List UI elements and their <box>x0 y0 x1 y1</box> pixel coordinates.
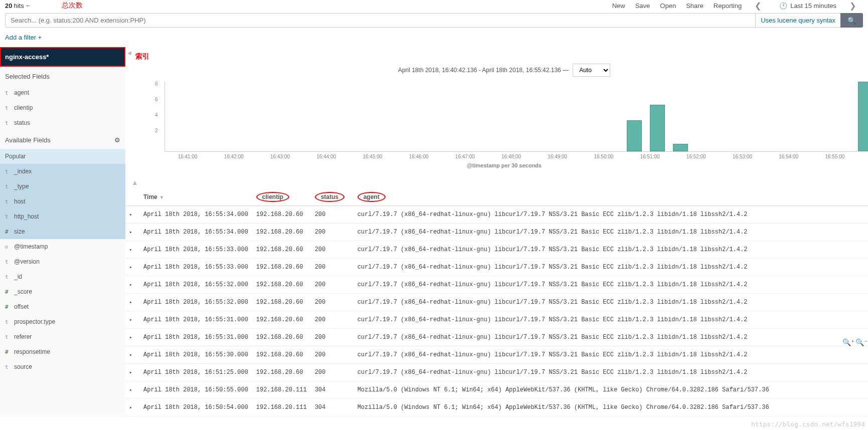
field-name: http_host <box>14 213 39 220</box>
zoom-out-icon[interactable]: 🔍⁻ <box>855 338 867 346</box>
time-picker-label: Last 15 minutes <box>790 2 836 10</box>
table-row[interactable]: ▸ April 18th 2018, 16:55:31.000 192.168.… <box>125 311 868 329</box>
selected-field-status[interactable]: tstatus <box>0 115 125 130</box>
chart-bar[interactable] <box>673 144 688 151</box>
table-row[interactable]: ▸ April 18th 2018, 16:50:55.000 192.168.… <box>125 381 868 399</box>
col-clientip[interactable]: clientip <box>252 188 311 206</box>
table-row[interactable]: ▸ April 18th 2018, 16:55:31.000 192.168.… <box>125 329 868 346</box>
cell-agent: curl/7.19.7 (x86_64-redhat-linux-gnu) li… <box>354 346 868 364</box>
nav-new[interactable]: New <box>612 2 625 10</box>
chart-bar[interactable] <box>627 120 642 151</box>
table-row[interactable]: ▸ April 18th 2018, 16:55:33.000 192.168.… <box>125 259 868 276</box>
available-field-_id[interactable]: t_id <box>0 269 125 284</box>
time-prev-icon[interactable]: ❮ <box>752 1 764 11</box>
expand-row-icon[interactable]: ▸ <box>129 300 132 305</box>
x-tick: 16:51:00 <box>627 154 673 159</box>
cell-time: April 18th 2018, 16:55:33.000 <box>139 259 252 276</box>
available-field-_type[interactable]: t_type <box>0 179 125 194</box>
selected-field-clientip[interactable]: tclientip <box>0 100 125 115</box>
col-status[interactable]: status <box>311 188 354 206</box>
time-picker[interactable]: 🕐 Last 15 minutes <box>779 2 836 10</box>
index-pattern-selector[interactable]: nginx-access* 索引 <box>0 47 125 67</box>
table-row[interactable]: ▸ April 18th 2018, 16:51:25.000 192.168.… <box>125 364 868 381</box>
available-field-_score[interactable]: #_score <box>0 284 125 299</box>
x-tick: 16:53:00 <box>719 154 765 159</box>
available-field-_index[interactable]: t_index <box>0 164 125 179</box>
cell-status: 200 <box>311 311 354 329</box>
table-row[interactable]: ▸ April 18th 2018, 16:55:32.000 192.168.… <box>125 276 868 294</box>
time-next-icon[interactable]: ❯ <box>846 1 859 11</box>
col-clientip-label: clientip <box>256 192 289 202</box>
cell-clientip: 192.168.20.111 <box>252 381 311 399</box>
field-type-icon: ⊙ <box>5 244 10 250</box>
field-type-icon: t <box>5 198 10 205</box>
sidebar: nginx-access* 索引 Selected Fields tagentt… <box>0 47 125 416</box>
popular-label: Popular <box>0 149 125 164</box>
col-agent[interactable]: agent <box>354 188 868 206</box>
chart-x-label: @timestamp per 30 seconds <box>150 162 858 168</box>
add-filter-link[interactable]: Add a filter + <box>5 34 42 41</box>
annotation-arrow: ← <box>26 2 32 9</box>
y-tick: 4 <box>155 112 158 118</box>
nav-share[interactable]: Share <box>686 2 704 10</box>
x-tick: 16:42:00 <box>211 154 257 159</box>
expand-row-icon[interactable]: ▸ <box>129 212 132 218</box>
field-name: host <box>14 198 26 205</box>
cell-clientip: 192.168.20.111 <box>252 399 311 416</box>
clock-icon: 🕐 <box>779 2 787 10</box>
cell-status: 304 <box>311 381 354 399</box>
field-name: _type <box>14 183 29 190</box>
search-input[interactable] <box>5 13 756 28</box>
available-field-@version[interactable]: t@version <box>0 254 125 269</box>
cell-clientip: 192.168.20.60 <box>252 224 311 241</box>
collapse-sidebar-icon[interactable]: ◀ <box>125 47 133 59</box>
query-syntax-hint[interactable]: Uses lucene query syntax <box>756 13 840 28</box>
expand-row-icon[interactable]: ▸ <box>129 352 132 358</box>
expand-row-icon[interactable]: ▸ <box>129 230 132 235</box>
expand-row-icon[interactable]: ▸ <box>129 282 132 288</box>
gear-icon[interactable]: ⚙ <box>114 136 120 144</box>
table-row[interactable]: ▸ April 18th 2018, 16:55:34.000 192.168.… <box>125 224 868 241</box>
cell-clientip: 192.168.20.60 <box>252 329 311 346</box>
nav-open[interactable]: Open <box>660 2 676 10</box>
available-field-host[interactable]: thost <box>0 194 125 209</box>
expand-row-icon[interactable]: ▸ <box>129 265 132 270</box>
annotation-hits-text: 总次数 <box>62 1 83 10</box>
chart-bar[interactable] <box>858 82 868 151</box>
search-button[interactable]: 🔍 <box>840 13 863 28</box>
available-field-http_host[interactable]: thttp_host <box>0 209 125 224</box>
field-type-icon: t <box>5 183 10 190</box>
available-field-offset[interactable]: #offset <box>0 299 125 314</box>
table-row[interactable]: ▸ April 18th 2018, 16:55:33.000 192.168.… <box>125 241 868 259</box>
cell-time: April 18th 2018, 16:55:32.000 <box>139 294 252 311</box>
index-pattern-name: nginx-access* <box>5 53 49 61</box>
table-row[interactable]: ▸ April 18th 2018, 16:55:32.000 192.168.… <box>125 294 868 311</box>
available-field-prospector.type[interactable]: tprospector.type <box>0 314 125 329</box>
col-time[interactable]: Time ▾ <box>139 188 252 206</box>
field-name: _score <box>14 288 32 295</box>
available-field-source[interactable]: tsource <box>0 359 125 374</box>
expand-row-icon[interactable]: ▸ <box>129 405 132 410</box>
expand-row-icon[interactable]: ▸ <box>129 335 132 340</box>
available-field-@timestamp[interactable]: ⊙@timestamp <box>0 239 125 254</box>
cell-agent: curl/7.19.7 (x86_64-redhat-linux-gnu) li… <box>354 329 868 346</box>
expand-row-icon[interactable]: ▸ <box>129 387 132 393</box>
nav-save[interactable]: Save <box>635 2 650 10</box>
nav-reporting[interactable]: Reporting <box>714 2 742 10</box>
search-icon: 🔍 <box>847 17 856 25</box>
expand-row-icon[interactable]: ▸ <box>129 317 132 323</box>
expand-row-icon[interactable]: ▸ <box>129 247 132 253</box>
histogram-chart[interactable]: 2468 <box>164 82 858 152</box>
zoom-in-icon[interactable]: 🔍⁺ <box>842 338 854 346</box>
expand-row-icon[interactable]: ▸ <box>129 370 132 375</box>
table-row[interactable]: ▸ April 18th 2018, 16:50:54.000 192.168.… <box>125 399 868 416</box>
available-field-responsetime[interactable]: #responsetime <box>0 344 125 359</box>
selected-field-agent[interactable]: tagent <box>0 85 125 100</box>
table-row[interactable]: ▸ April 18th 2018, 16:55:30.000 192.168.… <box>125 346 868 364</box>
field-type-icon: t <box>5 274 10 280</box>
available-field-size[interactable]: #size <box>0 224 125 239</box>
table-row[interactable]: ▸ April 18th 2018, 16:55:34.000 192.168.… <box>125 206 868 224</box>
chart-bar[interactable] <box>650 105 665 151</box>
available-field-referer[interactable]: treferer <box>0 329 125 344</box>
interval-select[interactable]: Auto <box>573 64 610 77</box>
